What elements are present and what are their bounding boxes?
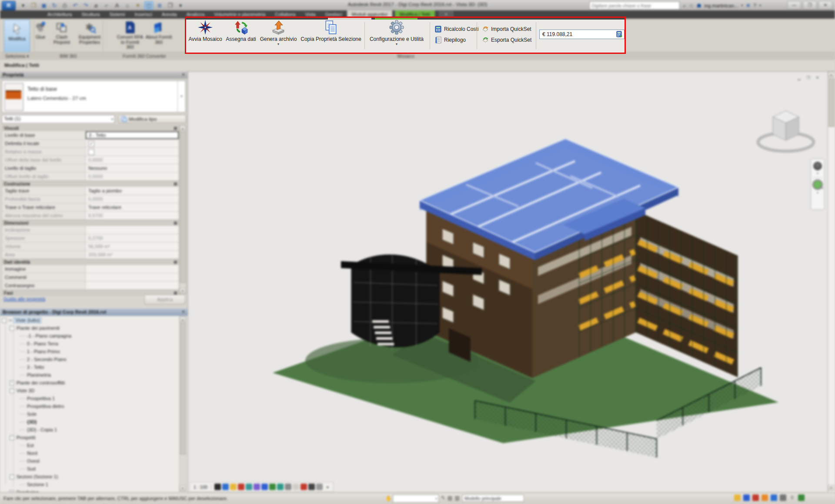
esporta-quickset-button[interactable]: Esporta QuickSet	[482, 36, 531, 44]
property-value[interactable]	[86, 148, 179, 156]
expand-icon[interactable]: +	[10, 381, 14, 385]
underlay-select-icon[interactable]	[771, 494, 777, 501]
tree-item-piante-dei-controsoffitti[interactable]: +Piante dei controsoffitti	[0, 379, 178, 387]
worksharing-display-icon[interactable]	[301, 484, 307, 490]
maximize-button[interactable]: ❐	[803, 1, 817, 10]
reveal-hidden-icon[interactable]	[293, 484, 299, 490]
cost-total-field[interactable]	[539, 30, 625, 39]
about-formit-360-button[interactable]: About FormIt 360	[145, 20, 172, 45]
tree-item-sud[interactable]: Sud	[0, 465, 178, 473]
view-minimize-icon[interactable]: ▁	[796, 75, 802, 81]
importa-quickset-button[interactable]: Importa QuickSet	[482, 25, 531, 33]
reveal-constraints-icon[interactable]	[316, 484, 323, 490]
property-value[interactable]	[86, 265, 179, 273]
panel-label-seleziona[interactable]: Seleziona ▾	[0, 53, 34, 59]
editable-only-icon[interactable]	[734, 494, 741, 501]
tree-item-1-piano-campagna[interactable]: -1 - Piano campagna	[0, 332, 178, 340]
editable-toggle-icon[interactable]: ✎	[441, 495, 445, 501]
pencil-icon[interactable]	[780, 494, 786, 501]
property-value[interactable]	[86, 282, 179, 289]
tree-item-2-secondo-piano[interactable]: 2 - Secondo Piano	[0, 355, 178, 363]
section-header-vincoli[interactable]: Vincoli	[2, 125, 179, 131]
property-value[interactable]: ✓	[86, 139, 179, 147]
scroll-down-icon[interactable]: ▼	[828, 485, 834, 491]
property-value[interactable]: 0,2700	[86, 234, 179, 242]
property-value[interactable]	[86, 226, 179, 234]
user-dropdown-icon[interactable]: ▾	[741, 3, 743, 7]
collapse-icon[interactable]: −	[10, 435, 14, 440]
property-value[interactable]: Nessuno	[86, 164, 179, 172]
equipment-properties-button[interactable]: ✱Equipment Properties	[77, 20, 103, 45]
zoom-icon[interactable]	[812, 179, 823, 190]
assegna-dati-button[interactable]: Assegna dati	[224, 20, 257, 50]
checkbox-checked[interactable]: ✓	[88, 141, 94, 147]
panel-label-mosaico[interactable]: Mosaico	[186, 53, 625, 59]
tree-item-prospettiva-1[interactable]: Prospettiva 1	[0, 395, 178, 402]
properties-scrollbar[interactable]: ▲ ▼	[179, 125, 186, 294]
tree-item-viste-3d[interactable]: −Viste 3D	[0, 387, 178, 395]
element-filter-select[interactable]: Tetti (1)▾	[2, 115, 115, 123]
tree-item-sole[interactable]: Sole	[0, 410, 178, 418]
tree-item-ovest[interactable]: Ovest	[0, 457, 178, 465]
tab-inserisci[interactable]: Inserisci	[130, 10, 157, 19]
close-button[interactable]: ✕	[818, 1, 832, 10]
signed-in-user[interactable]: ing.martinican...	[705, 3, 738, 8]
help-dropdown-icon[interactable]: ▾	[759, 3, 761, 7]
3d-model-view[interactable]	[188, 72, 835, 493]
worksets-select[interactable]: ▾	[393, 494, 439, 503]
displacement-icon[interactable]	[308, 484, 315, 490]
chevron-down-icon[interactable]: ▾	[817, 172, 818, 175]
clash-pinpoint-button[interactable]: Clash Pinpoint	[49, 20, 75, 45]
calculator-small-icon[interactable]	[616, 31, 623, 38]
minimize-button[interactable]: —	[787, 1, 801, 10]
detail-level-icon[interactable]	[222, 484, 229, 490]
tab-sistemi[interactable]: Sistemi	[104, 10, 130, 19]
ricalcolo-costi-button[interactable]: Ricalcolo Costi	[435, 25, 478, 33]
show-crop-icon[interactable]	[269, 484, 276, 490]
configurazione-utilita-button[interactable]: Configurazione e Utilità ▼	[366, 20, 427, 50]
drawing-area[interactable]: ▁ ❐ ✕ ▾ ▾ ▲ ▼ 1 : 100 ◂	[188, 71, 835, 492]
tree-item-est[interactable]: Est	[0, 441, 178, 449]
checkbox-unchecked[interactable]	[88, 149, 94, 155]
collapse-icon[interactable]: −	[10, 388, 14, 393]
section-header-dimensioni[interactable]: Dimensioni	[2, 220, 179, 226]
panel-label-formit[interactable]: FormIt 360 Converter	[103, 53, 186, 59]
subscription-icon[interactable]: ☆	[689, 3, 694, 9]
property-value[interactable]: 209,588 m²	[86, 251, 179, 259]
design-option-select[interactable]: Modello principale	[462, 494, 524, 502]
exchange-apps-icon[interactable]: ✕	[746, 3, 750, 9]
collapse-icon[interactable]: −	[10, 474, 14, 479]
apply-button[interactable]: Applica	[144, 295, 185, 305]
link-select-icon[interactable]	[743, 494, 750, 501]
chevron-down-icon[interactable]: ▾	[817, 191, 818, 195]
help-icon[interactable]: ?	[753, 3, 756, 9]
property-value[interactable]: 0,0000	[86, 156, 179, 164]
property-value[interactable]: 0,0000	[86, 195, 179, 203]
property-value[interactable]: Trave reticolare	[86, 203, 179, 211]
tree-item-3d[interactable]: {3D}	[0, 418, 178, 426]
tree-item-3-tetto[interactable]: 3 - Tetto	[0, 363, 178, 371]
shadows-icon[interactable]	[246, 484, 252, 490]
design-options-icon[interactable]: ▤	[448, 495, 452, 501]
close-icon[interactable]: ✕	[182, 72, 185, 77]
sun-path-icon[interactable]	[238, 484, 244, 490]
pinned-select-icon[interactable]	[752, 494, 759, 501]
scroll-down-icon[interactable]: ▼	[180, 485, 186, 491]
user-icon[interactable]: ☗	[697, 3, 701, 9]
filter-icon[interactable]	[762, 494, 768, 501]
zero-count-icon[interactable]: 0	[789, 494, 795, 501]
tree-item-nord[interactable]: Nord	[0, 449, 178, 457]
lock-3d-icon[interactable]	[277, 484, 284, 490]
section-header-dati-identit[interactable]: Dati identità	[2, 259, 179, 265]
avvia-mosaico-button[interactable]: Avvia Mosaico	[187, 20, 224, 50]
collapse-icon[interactable]: −	[2, 318, 7, 323]
render-icon[interactable]	[254, 484, 260, 490]
property-value[interactable]: 3 - Tetto	[86, 131, 179, 139]
view-close-icon[interactable]: ✕	[814, 75, 821, 81]
view-scale-icon[interactable]	[214, 484, 221, 490]
properties-header[interactable]: Proprietà ✕	[0, 71, 187, 79]
panel-label-bim360[interactable]: BIM 360	[34, 53, 103, 59]
copia-proprieta-button[interactable]: Copia Proprietà Selezione	[299, 20, 363, 50]
type-selector[interactable]: Tetto di base Latero Cementizio - 27 cm …	[2, 80, 186, 113]
temporary-hide-icon[interactable]	[285, 484, 291, 490]
